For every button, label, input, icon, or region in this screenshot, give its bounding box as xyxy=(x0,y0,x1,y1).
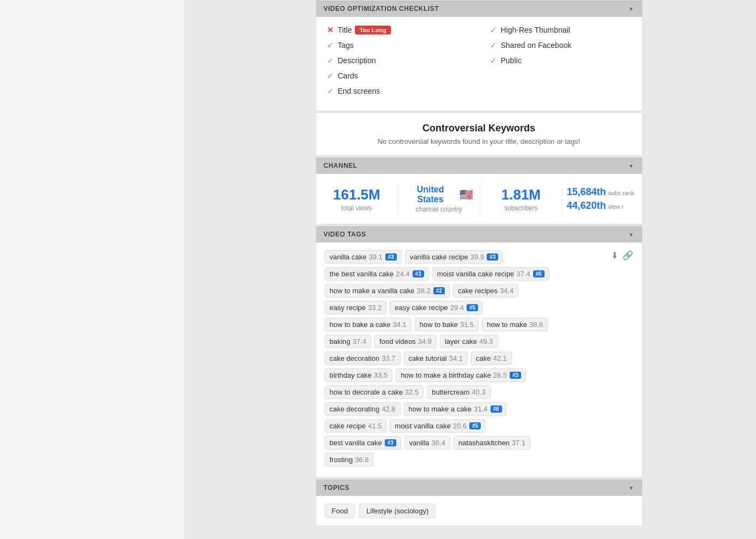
subs-rank-value: 15,684th xyxy=(567,186,606,198)
tag-moist-vanilla-cake[interactable]: moist vanilla cake 20.6 #5 xyxy=(390,419,486,433)
left-panel xyxy=(0,0,185,539)
checklist-label-cards: Cards xyxy=(338,71,358,80)
tag-how-to-make-a-birthday-cake[interactable]: how to make a birthday cake 28.5 #3 xyxy=(396,368,526,382)
tag-easy-cake-recipe[interactable]: easy cake recipe 29.4 #5 xyxy=(390,301,483,314)
badge-too-long: Too Long xyxy=(355,26,390,34)
topics-title: TOPICS xyxy=(324,484,349,492)
tag-moist-vanilla-cake-recipe[interactable]: moist vanilla cake recipe 37.4 #6 xyxy=(432,267,549,281)
tag-how-to-bake[interactable]: how to bake 31.5 xyxy=(415,318,479,331)
tag-cake-recipe[interactable]: cake recipe 41.5 xyxy=(325,419,387,433)
checklist-label-description: Description xyxy=(338,56,376,65)
channel-stat-country: United States 🇺🇸 channel country xyxy=(398,180,480,217)
tag-best-vanilla-cake[interactable]: the best vanilla cake 24.4 #3 xyxy=(325,267,429,281)
channel-arrow: ▼ xyxy=(628,163,634,169)
check-icon-cards: ✓ xyxy=(327,71,334,80)
topics-body: Food Lifestyle (sociology) xyxy=(316,496,642,526)
tag-cake-decoration[interactable]: cake decoration 33.7 xyxy=(325,352,401,365)
topic-lifestyle[interactable]: Lifestyle (sociology) xyxy=(359,504,436,518)
checklist-item-public: ✓ Public xyxy=(490,56,631,65)
checklist-label-endscreens: End screens xyxy=(338,87,380,95)
tag-vanilla-cake-recipe[interactable]: vanilla cake recipe 39.9 #3 xyxy=(405,250,503,264)
checklist-item-facebook: ✓ Shared on Facebook xyxy=(490,41,631,50)
tags-row-8: birthday cake 33.5 how to make a birthda… xyxy=(325,368,633,382)
checklist-label-public: Public xyxy=(501,56,522,65)
tags-row-6: baking 37.4 food videos 34.9 layer cake … xyxy=(325,335,633,348)
checklist-section: VIDEO OPTIMIZATION CHECKLIST ▼ ✕ Title T… xyxy=(316,0,643,111)
tags-arrow: ▼ xyxy=(628,232,634,238)
tag-natashaskitchen[interactable]: natashaskitchen 37.1 xyxy=(453,436,530,450)
tags-row-2: the best vanilla cake 24.4 #3 moist vani… xyxy=(325,267,633,281)
tag-buttercream[interactable]: buttercream 40.3 xyxy=(427,385,491,399)
tag-vanilla[interactable]: vanilla 36.4 xyxy=(404,436,450,450)
subs-rank-label: subs rank xyxy=(608,190,634,196)
topic-food-label: Food xyxy=(332,507,348,515)
channel-body: 161.5M total views United States 🇺🇸 chan… xyxy=(316,174,642,224)
tag-cake-tutorial[interactable]: cake tutorial 34.1 xyxy=(404,352,468,365)
tags-icons: ⬇ 🔗 xyxy=(611,250,633,261)
checklist-label-tags: Tags xyxy=(338,41,354,50)
channel-title: CHANNEL xyxy=(324,162,358,169)
check-icon-thumbnail: ✓ xyxy=(490,26,497,34)
checklist-item-cards: ✓ Cards xyxy=(327,71,468,80)
tag-frosting[interactable]: frosting 36.8 xyxy=(325,453,374,467)
tags-row-1: vanilla cake 39.1 #3 vanilla cake recipe… xyxy=(325,250,633,264)
tags-title: VIDEO TAGS xyxy=(324,231,366,238)
checklist-label-facebook: Shared on Facebook xyxy=(501,41,572,50)
page-wrapper: VIDEO OPTIMIZATION CHECKLIST ▼ ✕ Title T… xyxy=(0,0,756,539)
checklist-body: ✕ Title Too Long ✓ Tags ✓ Description ✓ xyxy=(316,17,642,111)
link-icon[interactable]: 🔗 xyxy=(622,250,633,261)
topic-food[interactable]: Food xyxy=(325,504,355,518)
country-link[interactable]: United States 🇺🇸 xyxy=(404,185,473,204)
tag-easy-recipe[interactable]: easy recipe 33.2 xyxy=(325,301,387,314)
tags-row-3: how to make a vanilla cake 38.2 #2 cake … xyxy=(325,284,633,298)
tag-cake[interactable]: cake 42.1 xyxy=(471,352,512,365)
tag-how-to-make-a-cake[interactable]: how to make a cake 31.4 #6 xyxy=(404,402,507,416)
tag-food-videos[interactable]: food videos 34.9 xyxy=(374,335,437,348)
tag-best-vanilla-cake2[interactable]: best vanilla cake #3 xyxy=(325,436,401,450)
tag-vanilla-cake[interactable]: vanilla cake 39.1 #3 xyxy=(325,250,402,264)
tag-layer-cake[interactable]: layer cake 49.3 xyxy=(440,335,498,348)
checklist-item-endscreens: ✓ End screens xyxy=(327,87,468,95)
tags-section: VIDEO TAGS ▼ ⬇ 🔗 vanilla cake 39.1 #3 va xyxy=(316,226,643,478)
tag-cake-decorating[interactable]: cake decorating 42.8 xyxy=(325,402,401,416)
channel-section: CHANNEL ▼ 161.5M total views United Stat… xyxy=(316,157,643,225)
checklist-arrow: ▼ xyxy=(628,6,634,12)
tags-row-7: cake decoration 33.7 cake tutorial 34.1 … xyxy=(325,352,633,365)
country-label: channel country xyxy=(404,205,473,213)
tags-row-12: best vanilla cake #3 vanilla 36.4 natash… xyxy=(325,436,633,450)
tag-birthday-cake[interactable]: birthday cake 33.5 xyxy=(325,368,393,382)
topic-lifestyle-label: Lifestyle (sociology) xyxy=(366,507,428,515)
tag-how-to-make[interactable]: how to make 38.6 xyxy=(482,318,548,331)
controversial-title: Controversial Keywords xyxy=(327,123,631,134)
tags-row-4: easy recipe 33.2 easy cake recipe 29.4 #… xyxy=(325,301,633,314)
checklist-label-thumbnail: High-Res Thumbnail xyxy=(501,26,570,34)
checklist-label-title: Title xyxy=(338,26,352,34)
checklist-item-thumbnail: ✓ High-Res Thumbnail xyxy=(490,26,631,34)
subscribers-label: subscribers xyxy=(487,204,555,212)
tags-row-9: how to decorate a cake 32.5 buttercream … xyxy=(325,385,633,399)
check-icon-public: ✓ xyxy=(490,56,497,65)
check-icon-facebook: ✓ xyxy=(490,41,497,50)
tag-how-to-bake-a-cake[interactable]: how to bake a cake 34.1 xyxy=(325,318,412,331)
checklist-title: VIDEO OPTIMIZATION CHECKLIST xyxy=(324,5,439,13)
tags-body: ⬇ 🔗 vanilla cake 39.1 #3 vanilla cake re… xyxy=(316,243,642,477)
topics-arrow: ▼ xyxy=(628,485,634,491)
checklist-item-description: ✓ Description xyxy=(327,56,468,65)
checklist-col-right: ✓ High-Res Thumbnail ✓ Shared on Faceboo… xyxy=(490,26,631,102)
download-icon[interactable]: ⬇ xyxy=(611,250,618,261)
tags-row-10: cake decorating 42.8 how to make a cake … xyxy=(325,402,633,416)
controversial-subtitle: No controversial keywords found in your … xyxy=(327,137,631,146)
tag-baking[interactable]: baking 37.4 xyxy=(325,335,372,348)
checklist-item-tags: ✓ Tags xyxy=(327,41,468,50)
tag-cake-recipes[interactable]: cake recipes 34.4 xyxy=(453,284,518,298)
tag-how-to-make-a-vanilla-cake[interactable]: how to make a vanilla cake 38.2 #2 xyxy=(325,284,450,298)
total-views-label: total views xyxy=(323,204,391,212)
country-name: United States xyxy=(404,185,456,204)
tags-row-13: frosting 36.8 xyxy=(325,453,633,467)
tags-header[interactable]: VIDEO TAGS ▼ xyxy=(316,226,642,243)
checklist-header[interactable]: VIDEO OPTIMIZATION CHECKLIST ▼ xyxy=(316,1,642,17)
check-icon-endscreens: ✓ xyxy=(327,87,334,95)
tag-how-to-decorate-a-cake[interactable]: how to decorate a cake 32.5 xyxy=(325,385,424,399)
topics-header[interactable]: TOPICS ▼ xyxy=(316,480,642,496)
channel-header[interactable]: CHANNEL ▼ xyxy=(316,158,642,174)
